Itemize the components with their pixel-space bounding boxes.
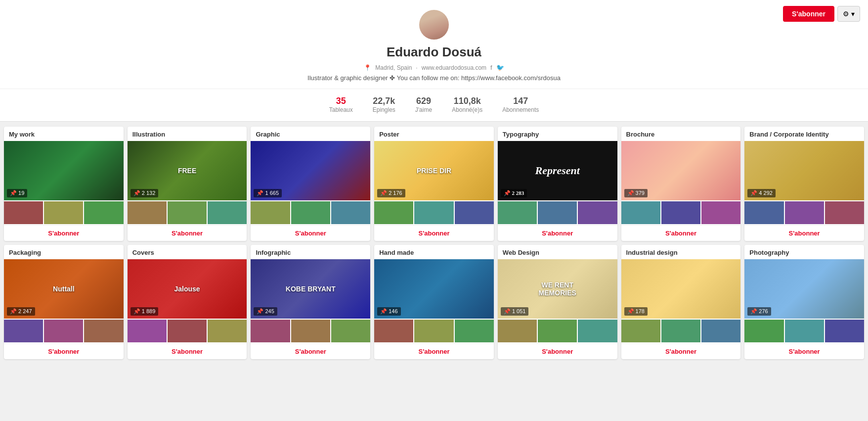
board-main-image[interactable]: KOBE BRYANT📌 245 — [251, 259, 370, 319]
board-main-image[interactable]: 📌 276 — [744, 259, 864, 319]
board-thumb-2[interactable] — [825, 201, 864, 224]
board-main-image[interactable]: 📌 1 665 — [251, 141, 370, 200]
profile-header: S'abonner ⚙ ▾ Eduardo Dosuá 📍 Madrid, Sp… — [0, 0, 868, 122]
board-subscribe-button[interactable]: S'abonner — [4, 343, 124, 359]
board-subscribe-button[interactable]: S'abonner — [498, 225, 617, 241]
stat-label: Epingles — [373, 106, 395, 113]
board-main-image[interactable]: FREE📌 2 132 — [128, 141, 247, 200]
board-pin-count: 📌 2 283 — [501, 189, 527, 197]
board-thumb-0[interactable] — [374, 320, 413, 342]
board-subscribe-button[interactable]: S'abonner — [128, 225, 247, 241]
board-image-text: Jalouse — [174, 285, 200, 293]
board-thumb-2[interactable] — [701, 320, 740, 342]
board-subscribe-button[interactable]: S'abonner — [621, 343, 741, 359]
board-main-image[interactable]: 📌 4 292 — [744, 141, 864, 200]
board-thumb-1[interactable] — [661, 320, 700, 342]
stat-item-abonnements[interactable]: 147Abonnements — [502, 96, 539, 113]
stat-item-j'aime[interactable]: 629J'aime — [415, 96, 432, 113]
board-thumb-0[interactable] — [374, 201, 413, 224]
board-subscribe-button[interactable]: S'abonner — [128, 343, 247, 359]
profile-website[interactable]: www.eduardodosua.com — [422, 64, 486, 71]
board-title: Illustration — [128, 127, 247, 141]
board-thumb-2[interactable] — [578, 320, 617, 342]
board-card-handmade: Hand made📌 146S'abonner — [374, 245, 494, 359]
board-thumb-1[interactable] — [414, 320, 453, 342]
board-thumb-2[interactable] — [331, 201, 370, 224]
board-card-webdesign: Web DesignWE RENT MEMORIES📌 1 051S'abonn… — [498, 245, 617, 359]
board-thumb-1[interactable] — [538, 320, 577, 342]
board-thumb-1[interactable] — [44, 201, 83, 224]
board-subscribe-button[interactable]: S'abonner — [374, 343, 494, 359]
profile-location: Madrid, Spain — [375, 64, 412, 71]
stat-number: 147 — [502, 96, 539, 106]
board-pin-count: 📌 1 889 — [130, 307, 159, 316]
board-thumb-0[interactable] — [251, 320, 290, 342]
subscribe-header-button[interactable]: S'abonner — [783, 6, 834, 22]
board-thumb-2[interactable] — [208, 201, 247, 224]
board-thumb-2[interactable] — [701, 201, 740, 224]
board-main-image[interactable]: Nuttall📌 2 247 — [4, 259, 124, 319]
board-subscribe-button[interactable]: S'abonner — [251, 343, 370, 359]
board-main-image[interactable]: 📌 146 — [374, 259, 494, 319]
board-thumb-2[interactable] — [84, 201, 123, 224]
board-thumb-0[interactable] — [621, 320, 660, 342]
board-thumb-2[interactable] — [578, 201, 617, 224]
board-thumb-1[interactable] — [291, 201, 330, 224]
stat-item-tableaux[interactable]: 35Tableaux — [329, 96, 353, 113]
board-thumb-1[interactable] — [785, 320, 824, 342]
board-thumb-0[interactable] — [128, 320, 167, 342]
gear-button[interactable]: ⚙ ▾ — [837, 6, 860, 22]
board-main-image[interactable]: 📌 19 — [4, 141, 124, 200]
board-thumb-1[interactable] — [785, 201, 824, 224]
board-thumb-0[interactable] — [128, 201, 167, 224]
board-thumb-0[interactable] — [4, 201, 43, 224]
board-thumb-2[interactable] — [455, 201, 494, 224]
board-thumb-0[interactable] — [251, 201, 290, 224]
board-thumb-0[interactable] — [498, 320, 537, 342]
board-title: Web Design — [498, 245, 617, 259]
board-main-image[interactable]: PRISE DIR📌 2 176 — [374, 141, 494, 200]
stat-item-abonné(e)s[interactable]: 110,8kAbonné(e)s — [452, 96, 482, 113]
board-thumb-0[interactable] — [4, 320, 43, 342]
board-thumb-1[interactable] — [44, 320, 83, 342]
board-title: Brochure — [621, 127, 741, 141]
board-subscribe-button[interactable]: S'abonner — [251, 225, 370, 241]
board-subscribe-button[interactable]: S'abonner — [744, 343, 864, 359]
board-thumb-2[interactable] — [208, 320, 247, 342]
board-main-image[interactable]: 📌 379 — [621, 141, 741, 200]
board-subscribe-button[interactable]: S'abonner — [744, 225, 864, 241]
board-subscribe-button[interactable]: S'abonner — [621, 225, 741, 241]
board-thumb-2[interactable] — [825, 320, 864, 342]
stat-item-epingles[interactable]: 22,7kEpingles — [373, 96, 395, 113]
stat-label: Abonnements — [502, 106, 539, 113]
board-thumb-0[interactable] — [744, 201, 783, 224]
board-thumb-1[interactable] — [538, 201, 577, 224]
board-main-image[interactable]: 📌 178 — [621, 259, 741, 319]
board-main-image[interactable]: Represent📌 2 283 — [498, 141, 617, 200]
board-main-image[interactable]: WE RENT MEMORIES📌 1 051 — [498, 259, 617, 319]
board-subscribe-button[interactable]: S'abonner — [498, 343, 617, 359]
board-thumb-0[interactable] — [621, 201, 660, 224]
board-thumb-1[interactable] — [291, 320, 330, 342]
board-subscribe-button[interactable]: S'abonner — [374, 225, 494, 241]
board-thumb-1[interactable] — [168, 320, 207, 342]
board-pin-count: 📌 178 — [624, 307, 648, 316]
board-thumbs — [251, 201, 370, 224]
board-thumb-2[interactable] — [455, 320, 494, 342]
board-thumb-0[interactable] — [744, 320, 783, 342]
board-thumb-2[interactable] — [84, 320, 123, 342]
board-main-image[interactable]: Jalouse📌 1 889 — [128, 259, 247, 319]
board-title: My work — [4, 127, 124, 141]
board-subscribe-button[interactable]: S'abonner — [4, 225, 124, 241]
board-thumb-2[interactable] — [331, 320, 370, 342]
profile-bio: Ilustrator & graphic designer ✤ You can … — [0, 74, 868, 82]
board-thumb-1[interactable] — [414, 201, 453, 224]
board-card-graphic: Graphic📌 1 665S'abonner — [251, 127, 370, 241]
stat-number: 110,8k — [452, 96, 482, 106]
board-thumbs — [374, 320, 494, 342]
board-thumb-0[interactable] — [498, 201, 537, 224]
board-image-text: FREE — [178, 167, 196, 175]
board-thumb-1[interactable] — [661, 201, 700, 224]
board-thumb-1[interactable] — [168, 201, 207, 224]
board-title: Packaging — [4, 245, 124, 259]
